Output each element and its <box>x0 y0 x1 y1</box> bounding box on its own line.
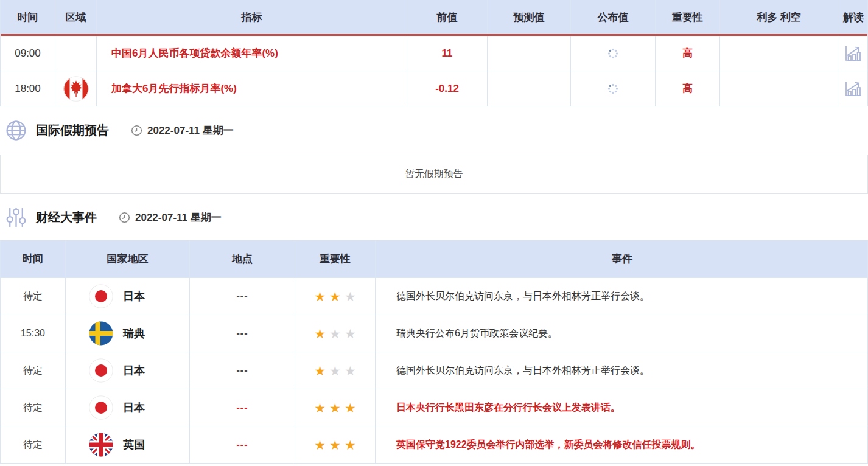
interpret-chart-icon[interactable] <box>844 45 863 61</box>
star-icon: ★ <box>329 327 341 340</box>
event-text[interactable]: 德国外长贝尔伯克访问东京，与日本外相林芳正举行会谈。 <box>396 364 649 377</box>
importance-stars: ★ ★ ★ <box>295 352 376 389</box>
event-cell: 德国外长贝尔伯克访问东京，与日本外相林芳正举行会谈。 <box>376 278 868 315</box>
location-cell: --- <box>190 278 295 315</box>
star-icon: ★ <box>314 290 326 303</box>
holiday-date-text: 2022-07-11 星期一 <box>147 123 234 137</box>
event-row: 待定 日本 --- ★ ★ ★ 德国外长贝尔伯克访问东京，与日本外相林芳正举行会… <box>1 278 867 315</box>
importance-stars: ★ ★ ★ <box>295 389 376 426</box>
country-name: 瑞典 <box>123 326 145 341</box>
events-table: 时间 国家地区 地点 重要性 事件 待定 日本 --- ★ ★ ★ 德国外长贝尔… <box>0 240 868 464</box>
importance-stars: ★ ★ ★ <box>295 315 376 352</box>
star-icon: ★ <box>314 439 326 451</box>
economic-calendar-table: 时间 区域 指标 前值 预测值 公布值 重要性 利多 利空 解读 09:00 中… <box>0 0 868 106</box>
indicator-name-link[interactable]: 加拿大6月先行指标月率(%) <box>97 71 407 106</box>
indicator-name-link[interactable]: 中国6月人民币各项贷款余额年率(%) <box>97 36 407 71</box>
star-icon: ★ <box>329 290 341 303</box>
event-text[interactable]: 瑞典央行公布6月货币政策会议纪要。 <box>396 327 558 340</box>
country-cell: 瑞典 <box>66 315 190 352</box>
country-name: 英国 <box>123 437 145 452</box>
calendar-col-time: 时间 <box>1 0 55 34</box>
location-value: --- <box>237 439 248 450</box>
event-text[interactable]: 日本央行行长黑田东彦在分行行长会议上发表讲话。 <box>396 402 620 414</box>
actual-value-cell <box>571 36 656 71</box>
calendar-header-row: 时间 区域 指标 前值 预测值 公布值 重要性 利多 利空 解读 <box>1 0 867 36</box>
japan-flag-icon <box>89 358 113 383</box>
event-row: 待定 日本 --- ★ ★ ★ 德国外长贝尔伯克访问东京，与日本外相林芳正举行会… <box>1 352 867 389</box>
previous-value: -0.12 <box>407 71 488 106</box>
event-text[interactable]: 德国外长贝尔伯克访问东京，与日本外相林芳正举行会谈。 <box>396 290 649 303</box>
country-cell: 日本 <box>66 278 190 315</box>
events-col-location: 地点 <box>190 240 295 277</box>
country-cell: 英国 <box>66 426 190 463</box>
event-text[interactable]: 英国保守党1922委员会举行内部选举，新委员会将修改信任投票规则。 <box>396 439 701 451</box>
importance-stars: ★ ★ ★ <box>295 278 376 315</box>
events-date: 2022-07-11 星期一 <box>119 210 222 224</box>
events-section-title: 财经大事件 <box>36 209 97 226</box>
event-time: 待定 <box>1 278 66 315</box>
events-header-row: 时间 国家地区 地点 重要性 事件 <box>1 240 867 278</box>
events-col-time: 时间 <box>1 240 66 277</box>
event-row: 待定 日本 --- ★ ★ ★ 日本央行行长黑田东彦在分行行长会议上发表讲话。 <box>1 389 867 426</box>
events-col-country: 国家地区 <box>66 240 190 277</box>
event-cell: 瑞典央行公布6月货币政策会议纪要。 <box>376 315 868 352</box>
star-icon: ★ <box>329 402 341 414</box>
location-cell: --- <box>190 315 295 352</box>
canada-flag-icon <box>63 76 89 102</box>
event-time: 待定 <box>1 426 66 463</box>
actual-value-cell <box>571 71 656 106</box>
calendar-row: 09:00 中国6月人民币各项贷款余额年率(%) 11 高 <box>1 36 867 71</box>
globe-icon <box>5 119 27 142</box>
event-cell: 日本央行行长黑田东彦在分行行长会议上发表讲话。 <box>376 389 868 426</box>
star-icon: ★ <box>314 364 326 377</box>
interpret-cell <box>838 36 868 71</box>
event-row: 待定 英国 --- ★ ★ ★ 英国保 <box>1 426 867 464</box>
japan-flag-icon <box>89 284 113 308</box>
clock-icon <box>131 125 142 136</box>
region-flag-cell <box>55 36 97 71</box>
loading-spinner-icon <box>607 47 619 60</box>
event-time: 18:00 <box>1 71 55 106</box>
location-value: --- <box>237 328 248 339</box>
events-section-header: 财经大事件 2022-07-11 星期一 <box>0 194 868 240</box>
holiday-empty-text: 暂无假期预告 <box>405 168 463 181</box>
calendar-row: 18:00 加拿大6月先行指标月率(%) -0.12 <box>1 71 867 106</box>
star-icon: ★ <box>345 402 356 414</box>
event-cell: 德国外长贝尔伯克访问东京，与日本外相林芳正举行会谈。 <box>376 352 868 389</box>
loading-spinner-icon <box>607 83 619 95</box>
star-icon: ★ <box>345 439 356 451</box>
star-icon: ★ <box>345 327 356 340</box>
star-icon: ★ <box>345 364 356 377</box>
calendar-col-previous: 前值 <box>407 0 488 34</box>
clock-icon <box>119 212 130 223</box>
holiday-section-header: 国际假期预告 2022-07-11 星期一 <box>0 106 868 155</box>
location-value: --- <box>237 402 248 413</box>
bull-bear-value <box>720 36 838 71</box>
star-icon: ★ <box>329 439 341 451</box>
sweden-flag-icon <box>89 321 113 346</box>
event-time: 15:30 <box>1 315 66 352</box>
region-flag-cell <box>55 71 97 106</box>
events-col-event: 事件 <box>376 240 868 277</box>
event-time: 待定 <box>1 352 66 389</box>
country-name: 日本 <box>123 289 145 304</box>
previous-value: 11 <box>407 36 488 71</box>
country-cell: 日本 <box>66 352 190 389</box>
calendar-col-actual: 公布值 <box>571 0 656 34</box>
event-time: 09:00 <box>1 36 55 71</box>
interpret-chart-icon[interactable] <box>844 80 863 97</box>
star-icon: ★ <box>329 364 341 377</box>
japan-flag-icon <box>89 395 113 420</box>
location-value: --- <box>237 365 248 376</box>
holiday-section-title: 国际假期预告 <box>36 122 109 139</box>
events-table-body: 待定 日本 --- ★ ★ ★ 德国外长贝尔伯克访问东京，与日本外相林芳正举行会… <box>1 278 867 464</box>
forecast-value <box>488 36 571 71</box>
importance-value: 高 <box>656 71 720 106</box>
importance-value: 高 <box>656 36 720 71</box>
events-col-importance: 重要性 <box>295 240 376 277</box>
calendar-table-body: 09:00 中国6月人民币各项贷款余额年率(%) 11 高 <box>1 36 867 106</box>
country-cell: 日本 <box>66 389 190 426</box>
location-cell: --- <box>190 389 295 426</box>
star-icon: ★ <box>314 327 326 340</box>
bull-bear-value <box>720 71 838 106</box>
